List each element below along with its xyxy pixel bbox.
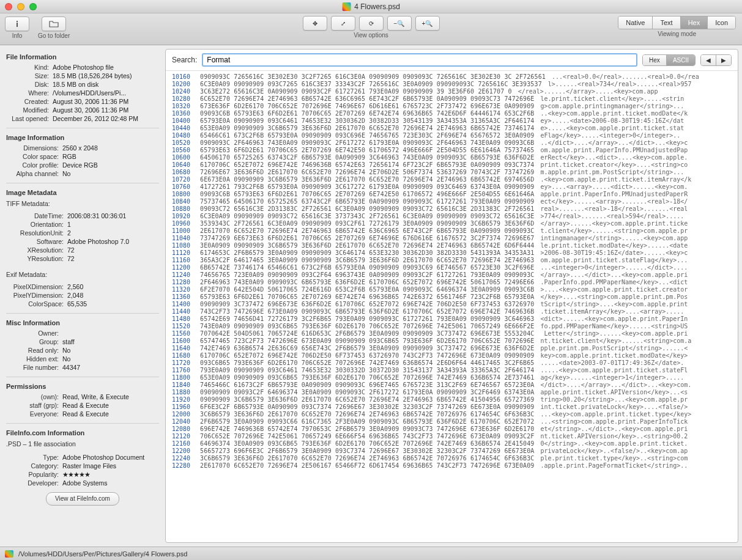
mode-icon[interactable]: Icon [708, 17, 735, 29]
document-icon [5, 550, 13, 558]
zoom-window-button[interactable] [29, 3, 37, 10]
hex-row: 115607070642E 504D5061 7065724E 616D653C… [166, 330, 738, 337]
hex-ascii: </dict>....</array>...</dict>...<key>com… [541, 381, 732, 389]
hex-ascii: nt.ticket.APIVersion</key>..<string>00.2 [541, 433, 732, 440]
hex-offset: 11920 [172, 396, 200, 403]
search-prev-button[interactable]: ◀ [701, 55, 716, 65]
close-window-button[interactable] [5, 3, 12, 10]
document-icon [342, 2, 351, 11]
hex-bytes: 3E0A0909 09090909 3C6B6579 3E636F6D 2E61… [200, 242, 541, 249]
zoom-out-button[interactable]: −🔍 [387, 16, 412, 31]
info-row: Popularity:★★★★★ [6, 470, 159, 479]
info-row: Owner: [6, 329, 159, 337]
info-row: Software:Adobe Photoshop 7.0 [6, 237, 159, 246]
hex-bytes: 6F6E3C2F 6B65793E 0A090909 093C7374 7269… [200, 403, 541, 411]
hex-offset: 11200 [172, 264, 200, 271]
info-key: Hidden ext: [6, 355, 62, 363]
info-row: Category:Raster Image Files [6, 462, 159, 470]
hex-bytes: 093C6B65 793E636F 6D2E6170 706C652E 7072… [200, 359, 541, 367]
search-input[interactable] [202, 53, 637, 67]
search-next-button[interactable]: ▶ [716, 55, 731, 65]
hex-ascii: </real>......</array>.....<key>com.app [518, 88, 732, 95]
hex-bytes: 7465466C 61673C2F 6B65793E 0A090909 0909… [200, 381, 541, 389]
fit-button[interactable]: ⤢ [331, 16, 355, 31]
content-area: File Information Kind:Adobe Photoshop fi… [0, 45, 742, 547]
hex-offset: 11240 [172, 271, 200, 279]
hex-offset: 12160 [172, 440, 200, 448]
hex-offset: 12040 [172, 418, 200, 426]
hex-offset: 12240 [172, 455, 200, 462]
go-to-folder-button[interactable] [42, 17, 66, 31]
hex-ascii: >2006-08-30T19:45:16Z</date>......<key>c [541, 249, 732, 257]
search-mode-hex[interactable]: Hex [643, 55, 667, 65]
search-mode-ascii[interactable]: ASCII [667, 55, 695, 65]
mode-hex[interactable]: Hex [681, 17, 708, 29]
hex-ascii: privateLock</key>..<false/>..<key>com.ap [541, 448, 732, 455]
hex-ascii: fo.ppd.PMPaperName</key>......<string>US [541, 323, 732, 330]
mode-text[interactable]: Text [653, 17, 680, 29]
hex-bytes: 743E0A09 09090909 093C6B65 793E636F 6D2E… [200, 323, 541, 330]
zoom-out-icon: −🔍 [394, 20, 405, 27]
hex-row: 1048065466C61 673C2F6B 65793E0A 09090909… [166, 132, 738, 139]
info-row: Kind:Adobe Photoshop file [6, 63, 159, 72]
hex-bytes: 09093C6B 65793E63 6F6D2E61 70706C65 2E70… [200, 110, 541, 117]
info-value: 44347 [62, 363, 159, 372]
minimize-window-button[interactable] [17, 3, 24, 10]
hex-row: 1080009093C6B 65793E63 6F6D2E61 70706C65… [166, 191, 738, 198]
info-value: No [62, 169, 159, 178]
info-row: YResolution:72 [6, 254, 159, 263]
info-value [62, 329, 159, 337]
hex-offset: 10880 [172, 205, 200, 213]
info-key: File number: [6, 363, 62, 372]
hex-bytes: 3C6B6579 3E636F6D 2E617070 6C652E70 7269… [200, 411, 541, 418]
info-button[interactable] [5, 17, 29, 31]
hex-view[interactable]: 101600909093C 7265616C 3E302E30 3C2F7265… [166, 71, 738, 542]
info-row: XResolution:72 [6, 246, 159, 254]
mode-native[interactable]: Native [618, 17, 653, 29]
hex-ascii: 0</string>..<key>com.apple.print.ticket. [541, 440, 732, 448]
hex-ascii: om.apple.print.ticket.stateFlag</key>... [541, 257, 732, 264]
hex-bytes: 6F2E7070 642E504D 50617065 724E616D 653C… [200, 286, 541, 293]
rotate-button[interactable]: ⟳ [359, 16, 384, 31]
hex-row: 11720093C6B65 793E636F 6D2E6170 706C652E… [166, 359, 738, 367]
pan-button[interactable]: ✥ [303, 16, 327, 31]
hex-row: 10320673E636F 6D2E6170 706C652E 7072696E… [166, 103, 738, 110]
info-key: Everyone: [6, 410, 62, 418]
hex-offset: 11560 [172, 330, 200, 337]
zoom-in-button[interactable]: +🔍 [415, 16, 440, 31]
info-key: Popularity: [6, 470, 62, 479]
hex-row: 1192009090909 3C6B6579 3E636F6D 2E617070… [166, 396, 738, 403]
hex-offset: 10320 [172, 103, 200, 110]
info-value: /Volumes/HDD/Users/Pi... [53, 89, 159, 97]
hex-bytes: 2F6B6579 3E0A0909 09093C66 616C7365 2F3E… [200, 418, 541, 426]
hex-row: 102006C3E0A09 09090909 093C7265 616C3E37… [166, 81, 738, 88]
info-value: 2 [67, 229, 159, 237]
hex-row: 1136065793E63 6F6D2E61 70706C65 2E707269… [166, 293, 738, 301]
info-key: YResolution: [6, 254, 67, 263]
info-value: 18.5 MB (18,526,284 bytes) [53, 72, 159, 80]
hex-offset: 11280 [172, 279, 200, 286]
hex-bytes: 6174653C 2F6B6579 3E0A0909 09090909 3C64… [200, 249, 541, 257]
info-key: Group: [6, 337, 62, 346]
info-value: Read, Write, & Execute [62, 392, 159, 401]
hex-row: 101600909093C 7265616C 3E302E30 3C2F7265… [166, 73, 738, 81]
info-row: ColorSpace:65,535 [6, 300, 159, 308]
hex-row: 1056065793E63 6F6D2E61 70706C65 2E707269… [166, 147, 738, 154]
hex-offset: 11880 [172, 389, 200, 396]
tiff-metadata-label: TIFF Metadata: [6, 199, 159, 208]
hex-row: 1040065793E0A 09090909 093C6461 74653E32… [166, 117, 738, 125]
hex-bytes: 742E7469 636B6574 2E636C69 656E743C 2F6B… [200, 345, 541, 352]
info-row: Alpha channel:No [6, 169, 159, 178]
hex-row: 12120706C652E 7072696E 742E5061 70657249… [166, 433, 738, 440]
hex-row: 107206E673E0A 09090909 3C6B6579 3E636F6D… [166, 176, 738, 183]
hex-ascii: .....<key>com.apple.print.ticket.stateFl [541, 367, 732, 374]
hex-ascii: eFlag</key>.....<integer>0</integer>.. [541, 132, 732, 139]
info-key: DateTime: [6, 212, 67, 220]
hex-row: 122403C6B6579 3E636F6D 2E617070 6C652E70… [166, 455, 738, 462]
hex-bytes: 09093C6B 65793E63 6F6D2E61 70706C65 2E70… [200, 191, 541, 198]
info-row: Size:18.5 MB (18,526,284 bytes) [6, 72, 159, 80]
info-value: Raster Image Files [62, 462, 159, 470]
divider [6, 377, 159, 377]
view-at-fileinfo-button[interactable]: View at FileInfo.com [46, 492, 119, 506]
hex-bytes: 64696374 3E0A0909 093C6B65 793E636F 6D2E… [200, 440, 541, 448]
